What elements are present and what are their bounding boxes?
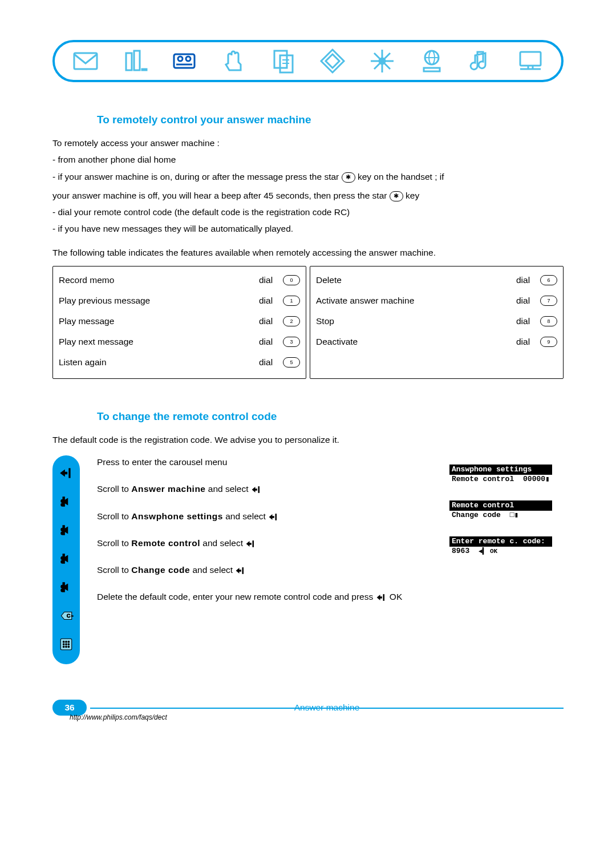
- svg-point-6: [186, 56, 191, 61]
- dial-word: dial: [259, 337, 283, 347]
- top-icon-bar: [52, 40, 564, 82]
- feature-row: Play next message dial 3: [59, 332, 300, 352]
- bullet-autoplay: - if you have new messages they will be …: [52, 222, 564, 235]
- key-oval: 8: [540, 316, 557, 326]
- dial-word: dial: [516, 275, 540, 285]
- page-footer: 36 Answer machine http://www.philips.com…: [52, 699, 564, 721]
- features-right-col: Delete dial 6 Activate answer machine di…: [310, 266, 564, 379]
- step-1-text: Press to enter the carousel menu: [97, 455, 432, 469]
- feature-label: Deactivate: [316, 337, 516, 347]
- tape-icon: [171, 47, 198, 75]
- step-icon-pill: C←: [52, 455, 80, 664]
- text-fragment: Scroll to: [97, 511, 131, 521]
- svg-marker-26: [60, 470, 67, 477]
- menu-name: Remote control: [131, 538, 200, 548]
- lcd-column: Answphone settings Remote control 00000▮…: [449, 455, 564, 556]
- menu-name: Change code: [131, 565, 190, 575]
- step-6-text: Delete the default code, enter your new …: [97, 590, 432, 603]
- svg-rect-1: [126, 53, 132, 70]
- hand-icon: [220, 47, 248, 75]
- dial-word: dial: [516, 316, 540, 326]
- feature-label: Delete: [316, 275, 516, 285]
- diamond-icon: [319, 47, 346, 75]
- enter-glyph-icon: [235, 565, 246, 575]
- star-key-icon: ✱: [342, 172, 355, 183]
- scroll-icon: [59, 494, 74, 511]
- music-note-icon: [467, 47, 495, 75]
- svg-text:C←: C←: [67, 613, 74, 619]
- lcd-line: □▮: [508, 510, 521, 520]
- lcd-screenshot-3: Enter remote c. code: 8963 ◀▍ OK: [449, 536, 552, 555]
- enter-glyph-icon: [251, 484, 262, 494]
- key-oval: 6: [540, 275, 557, 285]
- key-oval: 0: [283, 275, 300, 285]
- svg-rect-22: [520, 52, 541, 66]
- lcd-line: Remote control: [449, 474, 516, 484]
- computer-icon: [517, 47, 544, 75]
- enter-glyph-icon: [376, 592, 387, 601]
- text-fragment: and select: [225, 511, 268, 521]
- svg-rect-44: [253, 540, 254, 547]
- scroll-icon: [59, 580, 74, 597]
- text-fragment: key on the handset ; if: [358, 172, 444, 181]
- scroll-icon: [59, 551, 74, 568]
- lcd-line: 00000▮: [521, 474, 552, 484]
- step-5-text: Scroll to Change code and select: [97, 563, 432, 576]
- dial-word: dial: [259, 275, 283, 285]
- svg-point-30: [63, 641, 64, 643]
- svg-rect-42: [275, 514, 277, 520]
- key-oval: 2: [283, 316, 300, 326]
- bullet-machine-off: your answer machine is off, you will hea…: [52, 189, 564, 202]
- feature-row: Play message dial 2: [59, 311, 300, 332]
- feature-row: Listen again dial 5: [59, 352, 300, 373]
- lcd-title: Enter remote c. code:: [449, 536, 552, 547]
- star-burst-icon: [368, 47, 396, 75]
- svg-rect-27: [68, 468, 70, 478]
- feature-label: Activate answer machine: [316, 296, 516, 306]
- lcd-line: 8963: [449, 546, 472, 556]
- text-fragment: and select: [202, 538, 245, 548]
- text-fragment: Scroll to: [97, 538, 131, 548]
- svg-rect-48: [383, 594, 384, 601]
- key-oval: 5: [283, 357, 300, 368]
- text-fragment: key: [406, 191, 419, 200]
- key-oval: 3: [283, 337, 300, 347]
- svg-rect-0: [74, 53, 97, 69]
- text-fragment: and select: [208, 484, 251, 494]
- scroll-icon: [59, 523, 74, 540]
- svg-point-35: [68, 644, 70, 645]
- text-fragment: - if your answer machine is on, during o…: [52, 172, 342, 181]
- feature-label: Play previous message: [59, 296, 259, 306]
- lcd-screenshot-2: Remote control Change code □▮: [449, 500, 552, 519]
- globe-hand-icon: [418, 47, 445, 75]
- feature-label: Stop: [316, 316, 516, 326]
- feature-label: Play message: [59, 316, 259, 326]
- feature-row: Delete dial 6: [316, 270, 557, 290]
- svg-point-31: [66, 641, 67, 643]
- steps-text-column: Press to enter the carousel menu Scroll …: [97, 455, 432, 617]
- text-fragment: Scroll to: [97, 484, 131, 494]
- features-table: Record memo dial 0 Play previous message…: [52, 266, 564, 379]
- ok-label: OK: [390, 592, 402, 601]
- section2-intro: The default code is the registration cod…: [52, 433, 564, 446]
- key-oval: 7: [540, 296, 557, 306]
- feature-row: Record memo dial 0: [59, 270, 300, 290]
- lcd-line: Change code: [449, 510, 503, 520]
- star-key-icon: ✱: [390, 191, 403, 201]
- enter-glyph-icon: [245, 538, 257, 548]
- lcd-title: Answphone settings: [449, 465, 552, 475]
- svg-point-32: [68, 641, 70, 643]
- svg-point-38: [68, 646, 70, 648]
- enter-glyph-icon: [268, 511, 279, 521]
- document-copy-icon: [270, 47, 297, 75]
- delete-c-icon: C←: [59, 608, 74, 625]
- feature-row: Deactivate dial 9: [316, 332, 557, 352]
- features-left-col: Record memo dial 0 Play previous message…: [52, 266, 306, 379]
- svg-point-36: [63, 646, 64, 648]
- svg-point-33: [63, 644, 64, 645]
- svg-marker-47: [376, 595, 382, 600]
- svg-point-34: [66, 644, 67, 645]
- towers-icon: [121, 47, 149, 75]
- text-fragment: your answer machine is off, you will hea…: [52, 191, 390, 200]
- step-3-text: Scroll to Answphone settings and select: [97, 510, 432, 523]
